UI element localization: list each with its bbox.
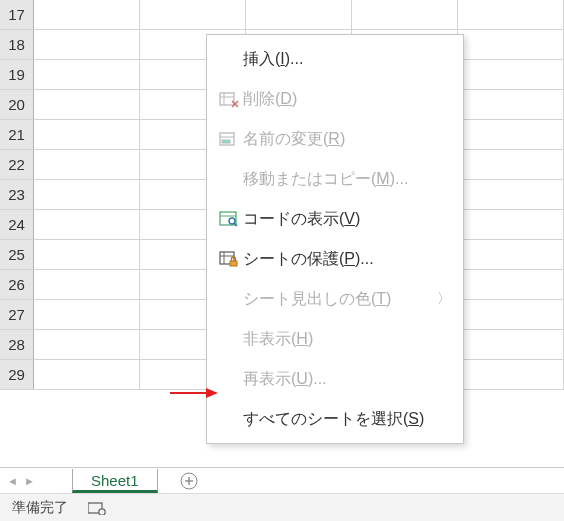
row-header[interactable]: 27 <box>0 300 34 329</box>
add-sheet-button[interactable] <box>176 468 202 494</box>
status-bar: 準備完了 <box>0 493 564 521</box>
cell[interactable] <box>458 30 564 59</box>
row-header[interactable]: 28 <box>0 330 34 359</box>
menu-protect-sheet[interactable]: シートの保護(P)... <box>207 239 463 279</box>
menu-label: コードの表示(V) <box>243 209 451 230</box>
cell[interactable] <box>34 150 140 179</box>
cell[interactable] <box>458 0 564 29</box>
menu-label: 削除(D) <box>243 89 451 110</box>
svg-rect-12 <box>222 140 230 143</box>
row-header[interactable]: 26 <box>0 270 34 299</box>
macro-record-icon[interactable] <box>88 501 106 515</box>
cell[interactable] <box>34 0 140 29</box>
cell[interactable] <box>34 90 140 119</box>
sheet-nav-arrows[interactable]: ◄ ► <box>0 475 42 487</box>
cell[interactable] <box>458 210 564 239</box>
cell[interactable] <box>458 360 564 389</box>
sheet-tab-active[interactable]: Sheet1 <box>72 469 158 493</box>
menu-delete: 削除(D) <box>207 79 463 119</box>
cell[interactable] <box>458 330 564 359</box>
menu-view-code[interactable]: コードの表示(V) <box>207 199 463 239</box>
menu-unhide: 再表示(U)... <box>207 359 463 399</box>
menu-label: 移動またはコピー(M)... <box>243 169 451 190</box>
cell[interactable] <box>458 90 564 119</box>
menu-hide: 非表示(H) <box>207 319 463 359</box>
cell[interactable] <box>34 210 140 239</box>
row-header[interactable]: 23 <box>0 180 34 209</box>
cell[interactable] <box>246 0 352 29</box>
svg-rect-5 <box>220 93 234 105</box>
row-header[interactable]: 20 <box>0 90 34 119</box>
protect-sheet-icon <box>215 250 243 268</box>
cell[interactable] <box>34 330 140 359</box>
menu-move-copy: 移動またはコピー(M)... <box>207 159 463 199</box>
menu-label: 挿入(I)... <box>243 49 451 70</box>
row-header[interactable]: 19 <box>0 60 34 89</box>
cell[interactable] <box>34 270 140 299</box>
row-header[interactable]: 17 <box>0 0 34 29</box>
menu-label: シートの保護(P)... <box>243 249 451 270</box>
menu-insert[interactable]: 挿入(I)... <box>207 39 463 79</box>
svg-rect-20 <box>230 261 237 266</box>
view-code-icon <box>215 210 243 228</box>
row-header[interactable]: 22 <box>0 150 34 179</box>
delete-sheet-icon <box>215 90 243 108</box>
cell[interactable] <box>458 300 564 329</box>
cell[interactable] <box>34 30 140 59</box>
chevron-right-icon: 〉 <box>437 290 451 308</box>
cell[interactable] <box>34 120 140 149</box>
cell[interactable] <box>352 0 458 29</box>
cell[interactable] <box>34 240 140 269</box>
row-header[interactable]: 25 <box>0 240 34 269</box>
menu-label: 再表示(U)... <box>243 369 451 390</box>
row-header[interactable]: 24 <box>0 210 34 239</box>
menu-select-all-sheets[interactable]: すべてのシートを選択(S) <box>207 399 463 439</box>
menu-label: シート見出しの色(T) <box>243 289 437 310</box>
cell[interactable] <box>458 120 564 149</box>
nav-prev-icon[interactable]: ◄ <box>7 475 18 487</box>
cell[interactable] <box>458 240 564 269</box>
menu-label: すべてのシートを選択(S) <box>243 409 451 430</box>
menu-rename: 名前の変更(R) <box>207 119 463 159</box>
cell[interactable] <box>34 300 140 329</box>
cell[interactable] <box>458 180 564 209</box>
sheet-tab-bar: ◄ ► Sheet1 <box>0 467 564 493</box>
cell[interactable] <box>458 270 564 299</box>
menu-tab-color: シート見出しの色(T) 〉 <box>207 279 463 319</box>
cell[interactable] <box>458 150 564 179</box>
cell[interactable] <box>34 60 140 89</box>
sheet-context-menu: 挿入(I)... 削除(D) 名前の変更(R) 移動またはコピー(M)... コ… <box>206 34 464 444</box>
status-ready-label: 準備完了 <box>12 499 68 517</box>
cell[interactable] <box>458 60 564 89</box>
cell[interactable] <box>34 180 140 209</box>
row-header[interactable]: 21 <box>0 120 34 149</box>
nav-next-icon[interactable]: ► <box>24 475 35 487</box>
row-header[interactable]: 18 <box>0 30 34 59</box>
cell[interactable] <box>34 360 140 389</box>
svg-point-4 <box>99 508 105 514</box>
plus-circle-icon <box>180 472 198 490</box>
rename-icon <box>215 130 243 148</box>
menu-label: 非表示(H) <box>243 329 451 350</box>
cell[interactable] <box>140 0 246 29</box>
menu-label: 名前の変更(R) <box>243 129 451 150</box>
row-header[interactable]: 29 <box>0 360 34 389</box>
